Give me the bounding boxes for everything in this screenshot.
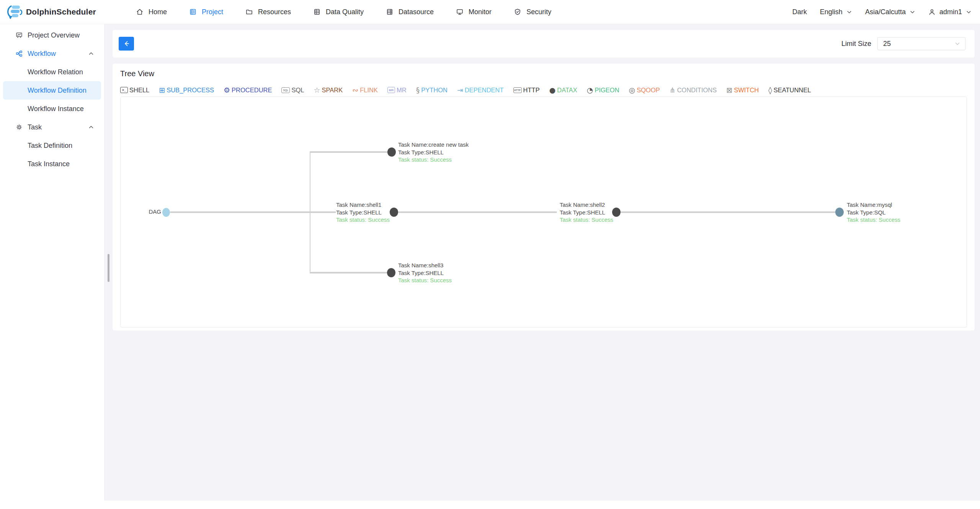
dag-root-node[interactable] [162, 208, 170, 217]
database-sql-icon: SQL [281, 87, 290, 93]
sidebar-item-label: Task [28, 123, 88, 131]
legend-item-dependent: ⇥DEPENDENT [457, 86, 504, 94]
sidebar-item-label: Workflow [28, 50, 88, 58]
sidebar-item-workflow-instance[interactable]: Workflow Instance [3, 100, 101, 118]
main-menu: HomeProjectResourcesData QualityDatasour… [136, 8, 551, 16]
sidebar-item-workflow-definition[interactable]: Workflow Definition [3, 81, 101, 100]
dolphinscheduler-logo-icon [6, 3, 23, 20]
mr-box-icon: MR [387, 87, 395, 93]
chevron-down-icon [846, 9, 852, 15]
tree-view-card: Tree View >_SHELL⊞SUB_PROCESS⚙PROCEDURES… [113, 64, 975, 331]
task-node-label: Task Name:create new task Task Type:SHEL… [398, 141, 469, 164]
sidebar-item-task-definition[interactable]: Task Definition [3, 136, 101, 155]
timezone-value: Asia/Calcutta [865, 8, 906, 16]
nav-item-label: Home [149, 8, 167, 16]
language-dropdown[interactable]: English [820, 8, 852, 16]
limit-size-select[interactable]: 25 [877, 37, 965, 50]
squirrel-icon: ∾ [352, 86, 358, 94]
task-name-text: Task Name:mysql [847, 201, 900, 209]
task-node-mysql[interactable] [835, 208, 844, 217]
task-node-label: Task Name:shell1 Task Type:SHELL Task st… [336, 201, 390, 224]
database-gear-icon: ⚙ [224, 86, 230, 94]
legend-item-spark: ☆SPARK [314, 86, 343, 94]
sidebar-item-label: Workflow Definition [28, 87, 101, 95]
legend-item-label: DEPENDENT [465, 87, 504, 94]
legend-item-conditions: ⋔CONDITIONS [670, 86, 717, 94]
nav-item-label: Monitor [469, 8, 492, 16]
task-type-text: Task Type:SHELL [398, 149, 469, 156]
overview-icon [15, 31, 23, 39]
dag-root-label: DAG [138, 208, 161, 215]
sidebar-item-workflow[interactable]: Workflow [3, 44, 101, 63]
nav-item-datasource[interactable]: Datasource [386, 8, 434, 16]
task-name-text: Task Name:shell1 [336, 201, 390, 209]
sidebar-item-task-instance[interactable]: Task Instance [3, 155, 101, 173]
sidebar-item-label: Project Overview [28, 31, 101, 39]
folder-icon [245, 8, 253, 16]
datasource-icon [386, 8, 394, 16]
legend-item-flink: ∾FLINK [352, 86, 378, 94]
task-node-shell3[interactable] [387, 268, 395, 277]
nav-item-resources[interactable]: Resources [245, 8, 291, 16]
datax-circle-icon: ● [549, 86, 556, 94]
user-icon [928, 8, 936, 16]
app-logo[interactable]: DolphinScheduler [6, 3, 96, 20]
task-name-text: Task Name:create new task [398, 141, 469, 149]
task-node-shell2[interactable] [612, 208, 621, 217]
sidebar: Project OverviewWorkflowWorkflow Relatio… [0, 24, 105, 501]
nav-item-label: Resources [258, 8, 291, 16]
sidebar-item-workflow-relation[interactable]: Workflow Relation [3, 63, 101, 81]
nav-item-monitor[interactable]: Monitor [456, 8, 492, 16]
task-type-text: Task Type:SHELL [336, 209, 390, 216]
legend-item-label: SPARK [322, 87, 343, 94]
horizontal-scrollbar-track[interactable] [0, 501, 980, 509]
switch-box-icon: ⊠ [726, 86, 732, 94]
nav-item-security[interactable]: Security [514, 8, 551, 16]
theme-toggle-button[interactable]: Dark [792, 8, 807, 16]
legend-item-label: SHELL [129, 87, 149, 94]
nav-item-data-quality[interactable]: Data Quality [313, 8, 364, 16]
legend-item-label: MR [397, 87, 407, 94]
home-icon [136, 8, 144, 16]
task-status-text: Task status: Success [398, 277, 452, 284]
main-content: Limit Size 25 Tree View >_SHELL⊞SUB_PROC… [104, 24, 980, 501]
legend-item-shell: >_SHELL [120, 87, 149, 94]
back-button[interactable] [119, 37, 134, 51]
droplet-icon: ◊ [768, 86, 772, 94]
timezone-dropdown[interactable]: Asia/Calcutta [865, 8, 915, 16]
task-status-text: Task status: Success [560, 216, 613, 224]
sidebar-item-project-overview[interactable]: Project Overview [3, 26, 101, 44]
project-icon [189, 8, 197, 16]
legend-item-python: §PYTHON [416, 86, 448, 94]
task-type-text: Task Type:SHELL [398, 269, 452, 277]
nav-item-project[interactable]: Project [189, 8, 223, 16]
monitor-icon [456, 8, 464, 16]
legend-item-label: SQL [291, 87, 304, 94]
tree-edge [170, 211, 336, 213]
sidebar-item-task[interactable]: Task [3, 118, 101, 136]
tree-canvas: DAG Task Name:create new task Task Type:… [120, 97, 967, 327]
task-name-text: Task Name:shell2 [560, 201, 613, 209]
task-node-label: Task Name:mysql Task Type:SQL Task statu… [847, 201, 900, 224]
user-dropdown[interactable]: admin1 [928, 8, 972, 16]
tree-edge [398, 211, 557, 213]
task-node-create-new-task[interactable] [387, 147, 396, 157]
legend-item-label: PIGEON [595, 87, 619, 94]
language-value: English [820, 8, 843, 16]
sidebar-scrollbar-thumb[interactable] [108, 254, 109, 282]
chevron-up-icon [88, 124, 94, 130]
legend-item-mr: MRMR [387, 87, 407, 94]
legend-item-pigeon: ◔PIGEON [587, 86, 619, 94]
task-node-label: Task Name:shell3 Task Type:SHELL Task st… [398, 262, 452, 284]
sitemap-icon: ⊞ [159, 86, 165, 94]
ring-icon: ◎ [629, 86, 635, 94]
nav-item-home[interactable]: Home [136, 8, 167, 16]
chevron-down-icon [966, 9, 972, 15]
workflow-icon [15, 50, 23, 57]
limit-size-label: Limit Size [841, 40, 871, 48]
top-navbar: DolphinScheduler HomeProjectResourcesDat… [0, 0, 980, 24]
task-node-shell1[interactable] [390, 208, 398, 217]
limit-size-value: 25 [883, 40, 954, 48]
legend-item-sqoop: ◎SQOOP [629, 86, 660, 94]
python-icon: § [416, 86, 420, 94]
